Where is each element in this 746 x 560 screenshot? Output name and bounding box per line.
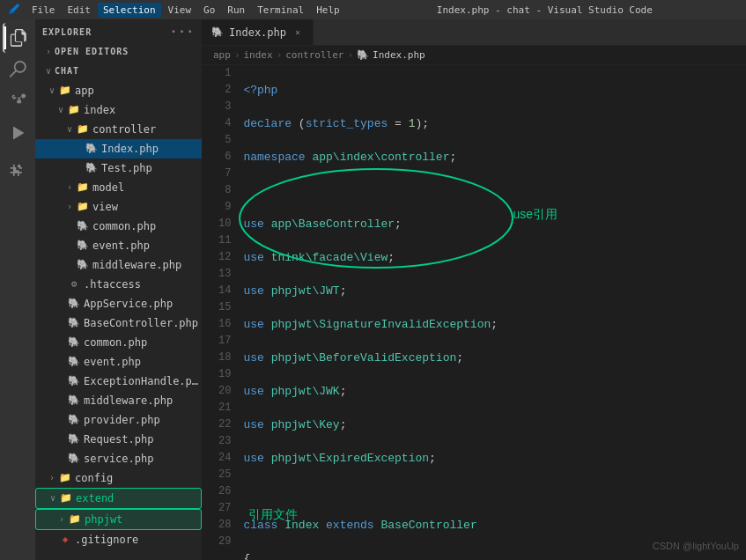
watermark: CSDN @lightYouUp	[653, 538, 739, 555]
folder-icon: 📁	[58, 82, 72, 99]
editor-area: 🐘 Index.php ✕ app › index › controller ›…	[203, 19, 746, 560]
activitybar-run[interactable]	[3, 118, 33, 148]
sidebar[interactable]: EXPLORER ··· › OPEN EDITORS ∨ CHAT ∨ 📁 a…	[35, 19, 203, 560]
code-editor[interactable]: 123 456 789 101112 131415 161718 192021 …	[203, 65, 746, 560]
folder-icon: 📁	[59, 490, 73, 507]
php-file-icon: 🐘	[67, 314, 81, 332]
sidebar-item-event-php-index[interactable]: 🐘 event.php	[35, 236, 202, 255]
titlebar: File Edit Selection View Go Run Terminal…	[0, 0, 746, 19]
menu-bar[interactable]: File Edit Selection View Go Run Terminal…	[26, 3, 345, 18]
sidebar-item-appservice-php[interactable]: 🐘 AppService.php	[35, 294, 202, 313]
folder-icon: 📁	[67, 101, 81, 119]
php-file-icon: 🐘	[67, 372, 81, 390]
php-file-icon: 🐘	[85, 159, 99, 177]
code-content[interactable]: <?php declare (strict_types = 1); namesp…	[240, 65, 746, 560]
sidebar-item-provider-php[interactable]: 🐘 provider.php	[35, 410, 202, 430]
chevron-down-icon: ∨	[42, 63, 55, 80]
breadcrumb-controller: controller	[285, 49, 343, 61]
php-file-icon: 🐘	[76, 237, 90, 254]
menu-view[interactable]: View	[163, 3, 197, 18]
php-tab-icon: 🐘	[211, 26, 224, 38]
tab-index-php[interactable]: 🐘 Index.php ✕	[203, 19, 314, 45]
sidebar-item-basecontroller-php[interactable]: 🐘 BaseController.php	[35, 313, 202, 333]
sidebar-item-phpjwt[interactable]: › 📁 phpjwt	[35, 509, 202, 530]
chevron-down-icon: ∨	[47, 490, 59, 507]
gear-icon: ⚙	[67, 276, 81, 293]
php-file-icon: 🐘	[67, 353, 81, 371]
folder-icon: 📁	[76, 121, 90, 138]
php-file-icon: 🐘	[85, 140, 99, 158]
chevron-right-icon: ›	[55, 511, 68, 528]
sidebar-item-common-php-app[interactable]: 🐘 common.php	[35, 333, 202, 352]
folder-icon: 📁	[76, 179, 90, 196]
app-icon	[7, 3, 21, 17]
php-file-icon: 🐘	[67, 334, 81, 351]
code-content-wrapper: <?php declare (strict_types = 1); namesp…	[240, 65, 746, 560]
sidebar-item-app[interactable]: ∨ 📁 app	[35, 81, 202, 100]
sidebar-item-extend[interactable]: ∨ 📁 extend	[35, 488, 202, 509]
chevron-right-icon: ›	[63, 198, 76, 216]
php-file-icon: 🐘	[67, 392, 81, 409]
sidebar-item-event-php-app[interactable]: 🐘 event.php	[35, 352, 202, 372]
php-file-icon: 🐘	[76, 217, 90, 235]
tab-close-button[interactable]: ✕	[292, 27, 304, 37]
chevron-right-icon: ›	[63, 179, 76, 196]
breadcrumb-index: index	[244, 49, 273, 61]
folder-icon: 📁	[68, 511, 82, 528]
menu-selection[interactable]: Selection	[98, 3, 161, 18]
php-file-icon: 🐘	[67, 411, 81, 429]
sidebar-item-controller[interactable]: ∨ 📁 controller	[35, 120, 202, 139]
php-file-icon: 🐘	[67, 431, 81, 448]
chevron-right-icon: ›	[46, 469, 58, 487]
activitybar-search[interactable]	[3, 55, 33, 85]
activitybar	[0, 19, 35, 560]
sidebar-item-view[interactable]: › 📁 view	[35, 197, 202, 217]
sidebar-chat-section[interactable]: ∨ CHAT	[35, 62, 202, 81]
editor-tabs: 🐘 Index.php ✕	[203, 19, 746, 46]
php-file-icon: 🐘	[67, 450, 81, 468]
activitybar-extensions[interactable]	[3, 157, 33, 187]
chevron-down-icon: ∨	[63, 121, 76, 138]
sidebar-item-model[interactable]: › 📁 model	[35, 178, 202, 197]
sidebar-more-button[interactable]: ···	[170, 25, 195, 39]
menu-edit[interactable]: Edit	[63, 3, 97, 18]
chevron-right-icon: ›	[42, 43, 55, 61]
sidebar-item-exceptionhandle-php[interactable]: 🐘 ExceptionHandle.php	[35, 372, 202, 391]
php-file-icon: 🐘	[67, 295, 81, 313]
git-icon: ◈	[58, 531, 72, 549]
menu-terminal[interactable]: Terminal	[252, 3, 309, 18]
activitybar-explorer[interactable]	[3, 23, 33, 53]
sidebar-item-htaccess[interactable]: ⚙ .htaccess	[35, 275, 202, 294]
menu-help[interactable]: Help	[311, 3, 345, 18]
sidebar-item-middleware-php-index[interactable]: 🐘 middleware.php	[35, 255, 202, 275]
menu-go[interactable]: Go	[198, 3, 220, 18]
sidebar-item-test-php[interactable]: 🐘 Test.php	[35, 158, 202, 178]
main-layout: EXPLORER ··· › OPEN EDITORS ∨ CHAT ∨ 📁 a…	[0, 19, 746, 560]
sidebar-item-service-php[interactable]: 🐘 service.php	[35, 449, 202, 468]
sidebar-item-index-php[interactable]: 🐘 Index.php	[35, 139, 202, 158]
chevron-down-icon: ∨	[55, 101, 67, 119]
chevron-down-icon: ∨	[46, 82, 58, 99]
menu-file[interactable]: File	[26, 3, 61, 18]
folder-icon: 📁	[76, 198, 90, 216]
breadcrumb-app: app	[213, 49, 231, 61]
sidebar-item-index[interactable]: ∨ 📁 index	[35, 100, 202, 120]
php-file-icon: 🐘	[76, 256, 90, 274]
sidebar-item-request-php[interactable]: 🐘 Request.php	[35, 430, 202, 449]
sidebar-item-gitignore[interactable]: ◈ .gitignore	[35, 530, 202, 549]
window-title: Index.php - chat - Visual Studio Code	[351, 4, 739, 16]
line-numbers: 123 456 789 101112 131415 161718 192021 …	[203, 65, 240, 560]
sidebar-explorer-header: EXPLORER ···	[35, 19, 202, 42]
sidebar-open-editors[interactable]: › OPEN EDITORS	[35, 42, 202, 62]
activitybar-source-control[interactable]	[3, 86, 33, 116]
menu-run[interactable]: Run	[222, 3, 250, 18]
folder-icon: 📁	[58, 469, 72, 487]
tab-label: Index.php	[229, 26, 286, 39]
sidebar-item-config[interactable]: › 📁 config	[35, 468, 202, 488]
breadcrumb-current: Index.php	[373, 49, 425, 61]
breadcrumb: app › index › controller › 🐘 Index.php	[203, 46, 746, 65]
sidebar-item-common-php-index[interactable]: 🐘 common.php	[35, 217, 202, 236]
sidebar-item-middleware-php-app[interactable]: 🐘 middleware.php	[35, 391, 202, 410]
breadcrumb-php-icon: 🐘	[357, 49, 369, 61]
